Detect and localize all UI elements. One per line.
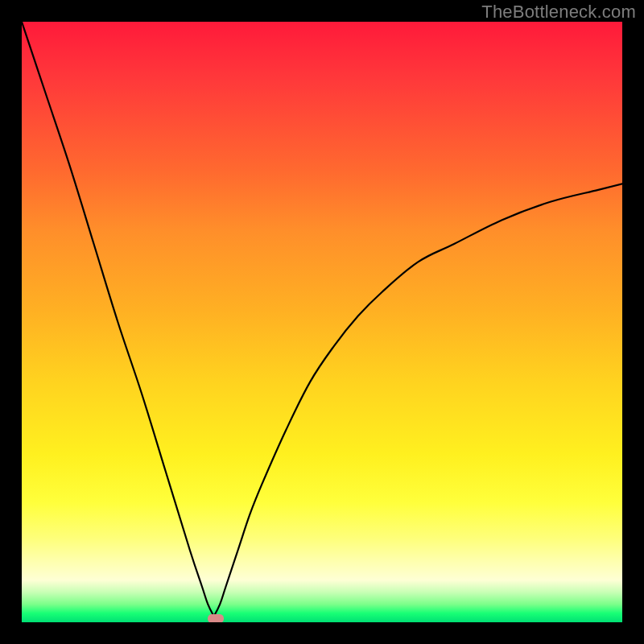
- curve-left-segment: [22, 22, 214, 617]
- plot-area: [22, 22, 622, 622]
- optimal-point-marker: [208, 614, 224, 622]
- watermark-text: TheBottleneck.com: [481, 2, 636, 23]
- bottleneck-curve: [22, 22, 622, 622]
- curve-right-segment: [214, 184, 622, 616]
- chart-container: TheBottleneck.com: [0, 0, 644, 644]
